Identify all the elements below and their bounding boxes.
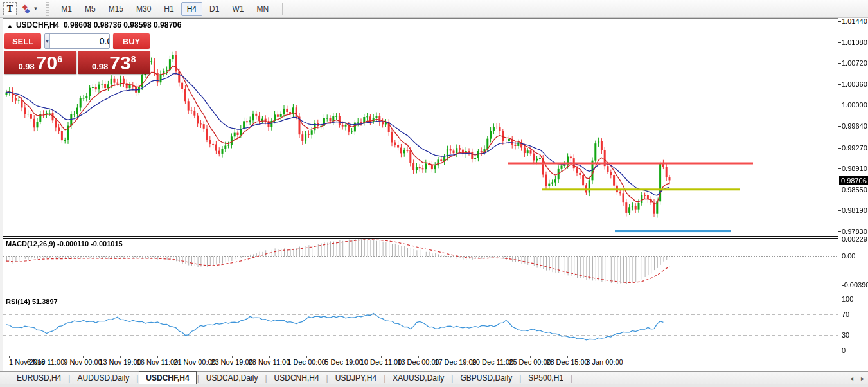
chart-tab-eurusd[interactable]: EURUSD,H4 xyxy=(10,372,67,384)
rsi-axis-tick: 0 xyxy=(842,346,868,354)
price-axis-tick-mark xyxy=(838,148,841,148)
date-axis-tick-mark xyxy=(46,356,46,358)
sell-price-display[interactable]: 0.98 70 6 xyxy=(4,51,76,74)
date-axis-label: 23 Nov 19:00 xyxy=(211,358,252,366)
collapse-trade-panel-icon[interactable]: ▲ xyxy=(7,22,13,29)
date-axis-tick-mark xyxy=(418,356,419,358)
chart-tab-usdcad[interactable]: USDCAD,Daily xyxy=(200,372,265,384)
sell-button-label: SELL xyxy=(12,37,33,46)
rsi-axis-tick: 30 xyxy=(842,331,868,339)
tab-scroll-right-icon[interactable]: ▸ xyxy=(861,375,864,382)
date-axis-label: 17 Dec 19:00 xyxy=(434,358,476,366)
price-axis-tick-mark xyxy=(838,210,841,211)
date-axis-tick-mark xyxy=(344,356,344,358)
timeframe-button-m15[interactable]: M15 xyxy=(103,2,129,16)
tab-separator: | xyxy=(451,374,453,382)
timeframe-button-m30[interactable]: M30 xyxy=(130,2,157,16)
chart-tab-audusd[interactable]: AUDUSD,Daily xyxy=(71,372,136,384)
chart-tab-gbpusd[interactable]: GBPUSD,Daily xyxy=(454,372,518,384)
price-axis-tick: 1.01440 xyxy=(842,17,868,25)
chart-tab-sp500[interactable]: SP500,H1 xyxy=(522,372,570,384)
rsi-indicator-canvas[interactable] xyxy=(3,296,838,356)
sell-price-big-digits: 70 xyxy=(36,54,57,72)
price-axis-tick: 1.00720 xyxy=(842,59,868,67)
buy-price-display[interactable]: 0.98 73 8 xyxy=(78,51,150,74)
caret-down-icon: ▼ xyxy=(45,39,49,44)
tab-separator: | xyxy=(197,374,199,382)
chart-tab-bar: EURUSD,H4|AUDUSD,Daily|USDCHF,H4|USDCAD,… xyxy=(0,371,868,384)
timeframe-button-h1[interactable]: H1 xyxy=(158,2,179,16)
volume-input[interactable] xyxy=(50,34,110,48)
chart-ohlc-values: 0.98608 0.98736 0.98598 0.98706 xyxy=(64,21,182,30)
tab-separator: | xyxy=(326,374,328,382)
tab-separator: | xyxy=(519,374,521,382)
date-axis-tick-mark xyxy=(306,356,307,358)
text-label-tool-button[interactable]: T xyxy=(3,2,17,15)
buy-button-label: BUY xyxy=(123,37,140,46)
timeframe-button-mn[interactable]: MN xyxy=(251,2,274,16)
macd-axis-tick: -0.003904 xyxy=(842,281,868,289)
chart-tab-usdcnh[interactable]: USDCNH,H4 xyxy=(268,372,326,384)
price-axis-tick: 0.99270 xyxy=(842,144,868,152)
tab-scroll-left-icon[interactable]: ◂ xyxy=(850,375,853,382)
volume-decrease-button[interactable]: ▼ xyxy=(45,34,50,48)
rsi-axis-tick: 100 xyxy=(842,295,868,303)
date-axis-label: 28 Dec 15:00 xyxy=(546,358,588,366)
date-axis-label: 28 Nov 11:00 xyxy=(249,358,290,366)
timeframe-button-m1[interactable]: M1 xyxy=(55,2,78,16)
chart-tab-usdjpy[interactable]: USDJPY,H4 xyxy=(329,372,383,384)
chart-title: ▲USDCHF,H4 0.98608 0.98736 0.98598 0.987… xyxy=(7,21,181,30)
price-axis-tick-mark xyxy=(838,63,841,64)
date-axis-tick-mark xyxy=(83,356,84,358)
date-axis-tick-mark xyxy=(157,356,158,358)
timeframe-button-d1[interactable]: D1 xyxy=(204,2,225,16)
sell-button[interactable]: SELL xyxy=(4,33,41,49)
chart-symbol: USDCHF,H4 xyxy=(16,21,59,30)
date-axis-tick-mark xyxy=(530,356,531,358)
buy-price-big-digits: 73 xyxy=(109,54,130,72)
date-axis-label: 9 Nov 00:00 xyxy=(64,358,102,366)
date-axis-tick-mark xyxy=(269,356,270,358)
date-axis-label: 25 Dec 00:00 xyxy=(509,358,551,366)
macd-indicator-label: MACD(12,26,9) -0.000110 -0.001015 xyxy=(6,240,123,248)
price-axis-tick: 0.98910 xyxy=(842,165,868,172)
price-axis-tick: 0.98550 xyxy=(842,186,868,194)
objects-tool-button[interactable]: ◆ ◆ ▼ xyxy=(22,6,38,12)
toolbar-drag-handle[interactable] xyxy=(46,2,49,16)
sell-price-pipette: 6 xyxy=(57,54,62,64)
macd-indicator-canvas[interactable] xyxy=(3,239,838,294)
date-axis-label: 1 Dec 00:00 xyxy=(287,358,325,366)
tab-separator: | xyxy=(384,374,385,382)
buy-price-pipette: 8 xyxy=(131,54,136,64)
rsi-axis-tick: 70 xyxy=(842,310,868,318)
chart-tab-usdchf[interactable]: USDCHF,H4 xyxy=(139,371,196,384)
timeframe-button-h4[interactable]: H4 xyxy=(181,2,202,16)
date-axis-tick-mark xyxy=(605,356,605,358)
chart-tab-xauusd[interactable]: XAUUSD,Daily xyxy=(386,372,450,384)
mt4-workspace: T ◆ ◆ ▼ M1M5M15M30H1H4D1W1MN ▲USDCHF,H4 … xyxy=(0,0,868,387)
date-axis-label: 21 Nov 00:00 xyxy=(173,358,215,366)
current-price-badge: 0.98706 xyxy=(839,176,868,185)
date-axis-label: 20 Dec 11:00 xyxy=(472,358,514,366)
price-axis-tick-mark xyxy=(838,231,841,232)
price-axis-tick-mark xyxy=(838,105,841,105)
date-axis-tick-mark xyxy=(232,356,233,358)
bottom-strip xyxy=(0,384,868,387)
timeframe-button-m5[interactable]: M5 xyxy=(79,2,102,16)
rsi-indicator-label: RSI(14) 51.3897 xyxy=(6,298,58,305)
tab-separator: | xyxy=(136,374,138,382)
price-axis-tick: 1.00000 xyxy=(842,101,868,109)
window-left-margin xyxy=(0,18,3,371)
diamond-blue-icon: ◆ xyxy=(25,8,30,14)
price-axis-tick-mark xyxy=(838,21,841,22)
buy-button[interactable]: BUY xyxy=(113,33,150,49)
buy-price-prefix: 0.98 xyxy=(92,61,108,72)
tab-separator: | xyxy=(68,374,70,382)
price-axis-tick-mark xyxy=(838,168,841,169)
date-axis-label: 16 Nov 11:00 xyxy=(137,358,179,366)
date-axis-tick-mark xyxy=(195,356,195,358)
date-axis-tick-mark xyxy=(381,356,382,358)
timeframe-button-w1[interactable]: W1 xyxy=(226,2,249,16)
price-axis-tick-mark xyxy=(838,126,841,127)
volume-stepper: ▼ ▲ xyxy=(44,33,110,49)
